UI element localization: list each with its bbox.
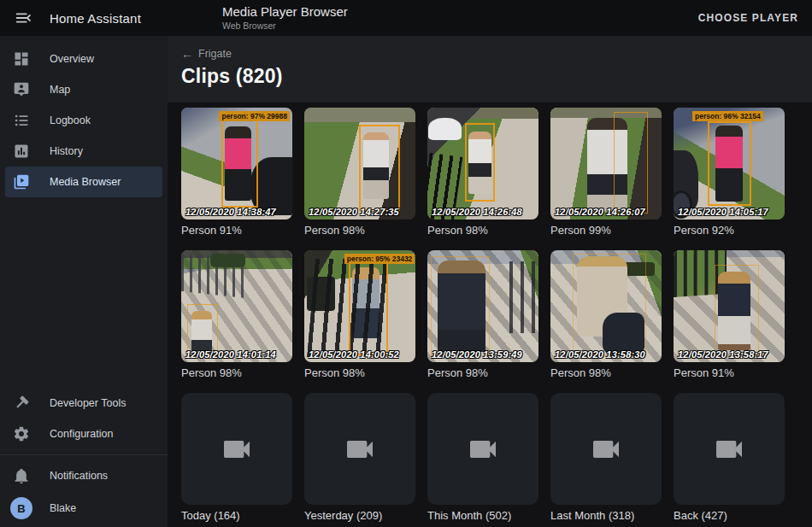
scene-shape [210, 254, 246, 267]
sidebar-item-label: Developer Tools [50, 397, 126, 409]
dashboard-icon [13, 50, 30, 67]
media-browser-content: ← Frigate Clips (820) person: 97% 29988 … [168, 36, 812, 527]
clip-thumbnail[interactable]: 12/05/2020 14:26:07 [550, 108, 662, 220]
video-camera-icon [220, 432, 254, 466]
clip-cell: 12/05/2020 14:27:35 Person 98% [304, 108, 415, 237]
detection-label: person: 95% 23432 [344, 254, 415, 264]
clip-timestamp: 12/05/2020 13:58:30 [555, 349, 645, 360]
sidebar-item-media-browser[interactable]: Media Browser [5, 167, 162, 197]
player-header: Media Player Browser Web Browser [222, 4, 348, 32]
folder-caption: Yesterday (209) [304, 509, 415, 523]
sidebar-item-developer-tools[interactable]: Developer Tools [5, 388, 162, 419]
choose-player-button[interactable]: CHOOSE PLAYER [693, 0, 803, 36]
detection-bbox [221, 120, 258, 207]
content-header: ← Frigate Clips (820) [168, 36, 812, 102]
folder-cell: Back (427) [674, 393, 785, 523]
sidebar-item-label: Notifications [50, 470, 108, 482]
sidebar-item-label: Logbook [50, 114, 91, 126]
sidebar-item-logbook[interactable]: Logbook [5, 105, 162, 136]
sidebar-item-configuration[interactable]: Configuration [5, 419, 162, 449]
detection-bbox [431, 256, 490, 357]
scene-shape [509, 261, 538, 333]
clip-caption: Person 98% [304, 366, 415, 380]
menu-open-icon [14, 9, 32, 27]
clip-thumbnail[interactable]: 12/05/2020 14:27:35 [304, 108, 415, 220]
user-name-label: Blake [50, 502, 76, 514]
sidebar-item-label: Configuration [50, 428, 113, 440]
folder-caption: Back (427) [674, 509, 785, 523]
clip-thumbnail[interactable]: person: 95% 23432 12/05/2020 14:00:52 [304, 250, 415, 362]
folder-cell: This Month (502) [427, 393, 538, 523]
video-camera-icon [343, 432, 377, 466]
folder-cell: Last Month (318) [550, 393, 662, 523]
sidebar-item-overview[interactable]: Overview [5, 44, 162, 74]
clips-grid: person: 97% 29988 12/05/2020 14:38:47 Pe… [181, 108, 798, 523]
folder-tile-this-month[interactable] [427, 393, 538, 505]
clip-caption: Person 92% [674, 224, 785, 237]
video-camera-icon [712, 432, 746, 466]
folder-cell: Today (164) [181, 393, 292, 523]
clip-cell: 12/05/2020 14:26:48 Person 98% [427, 108, 538, 237]
clip-thumbnail[interactable]: person: 96% 32154 12/05/2020 14:05:17 [674, 108, 785, 220]
folder-tile-today[interactable] [181, 393, 292, 505]
detection-bbox [465, 123, 495, 202]
clip-caption: Person 91% [181, 224, 292, 237]
video-camera-icon [466, 432, 500, 466]
clip-timestamp: 12/05/2020 14:26:48 [432, 207, 522, 217]
clip-timestamp: 12/05/2020 14:01:14 [185, 349, 276, 360]
clip-timestamp: 12/05/2020 13:59:49 [432, 349, 522, 360]
detection-bbox [708, 121, 751, 207]
sidebar-item-user-profile[interactable]: B Blake [5, 491, 162, 525]
user-avatar: B [10, 497, 32, 519]
clip-thumbnail[interactable]: 12/05/2020 13:58:30 [550, 250, 662, 362]
clip-timestamp: 12/05/2020 14:26:07 [555, 207, 645, 217]
sidebar-bottom-group: Developer Tools Configuration Notificati… [0, 388, 168, 525]
folder-caption: Today (164) [181, 509, 292, 523]
clip-timestamp: 12/05/2020 14:05:17 [678, 207, 768, 217]
sidebar-item-label: Map [50, 84, 70, 96]
detection-bbox [715, 265, 759, 356]
detection-label: person: 96% 32154 [692, 111, 763, 121]
sidebar: Overview Map Logbook [0, 36, 168, 527]
clip-thumbnail[interactable]: 12/05/2020 13:59:49 [427, 250, 538, 362]
detection-bbox [187, 304, 218, 355]
folder-caption: This Month (502) [427, 509, 538, 523]
clip-caption: Person 98% [181, 366, 292, 380]
clip-cell: 12/05/2020 13:58:17 Person 91% [674, 250, 785, 380]
clip-thumbnail[interactable]: person: 97% 29988 12/05/2020 14:38:47 [181, 108, 292, 220]
video-camera-icon [589, 432, 623, 466]
clip-timestamp: 12/05/2020 14:27:35 [309, 207, 399, 217]
folder-tile-back[interactable] [674, 393, 785, 505]
clip-timestamp: 12/05/2020 14:38:47 [185, 207, 276, 217]
detection-bbox [349, 261, 388, 355]
tooltip-account-icon [13, 81, 30, 98]
folder-tile-yesterday[interactable] [304, 393, 415, 505]
app-header: Home Assistant Media Player Browser Web … [0, 0, 812, 36]
sidebar-item-map[interactable]: Map [5, 74, 162, 105]
scene-shape [428, 118, 462, 140]
folder-tile-last-month[interactable] [550, 393, 662, 505]
clip-thumbnail[interactable]: 12/05/2020 13:58:17 [674, 250, 785, 362]
detection-bbox [573, 254, 646, 357]
sidebar-item-notifications[interactable]: Notifications [5, 460, 162, 491]
clip-cell: person: 97% 29988 12/05/2020 14:38:47 Pe… [181, 108, 292, 237]
player-title: Media Player Browser [222, 4, 348, 20]
clips-browser-body: person: 97% 29988 12/05/2020 14:38:47 Pe… [168, 102, 812, 527]
play-box-multiple-icon [13, 173, 30, 190]
clip-caption: Person 99% [550, 224, 662, 237]
clip-timestamp: 12/05/2020 13:58:17 [678, 349, 768, 360]
sidebar-toggle-button[interactable] [10, 5, 36, 31]
sidebar-item-label: History [50, 145, 83, 157]
clip-cell: 12/05/2020 13:58:30 Person 98% [550, 250, 662, 380]
clip-cell: 12/05/2020 13:59:49 Person 98% [427, 250, 538, 380]
gear-icon [13, 425, 30, 442]
bell-icon [13, 467, 30, 484]
back-arrow-icon: ← [181, 48, 193, 60]
sidebar-item-history[interactable]: History [5, 136, 162, 167]
detection-bbox [614, 112, 648, 214]
clip-cell: 12/05/2020 14:01:14 Person 98% [181, 250, 292, 380]
clip-thumbnail[interactable]: 12/05/2020 14:26:48 [427, 108, 538, 220]
app-title: Home Assistant [50, 11, 141, 26]
breadcrumb-back[interactable]: ← Frigate [181, 48, 232, 60]
clip-thumbnail[interactable]: 12/05/2020 14:01:14 [181, 250, 292, 362]
